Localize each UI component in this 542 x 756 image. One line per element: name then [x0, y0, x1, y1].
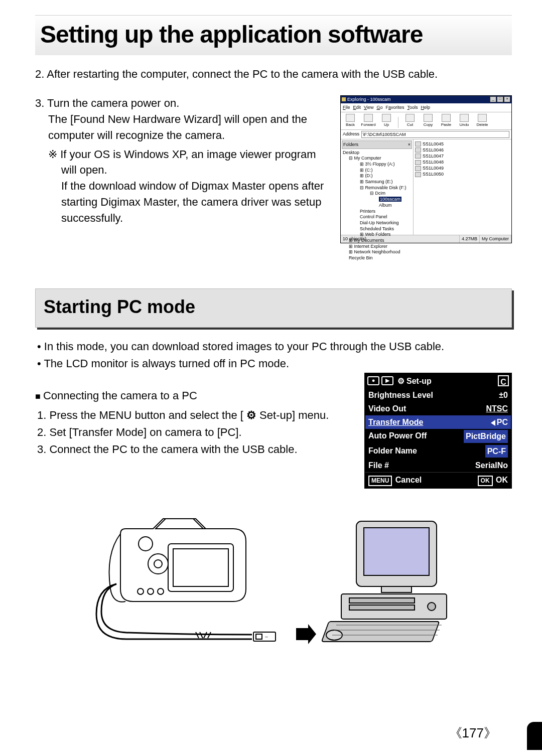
svg-rect-16 [349, 598, 415, 603]
lcd-badge: C [498, 375, 509, 386]
svg-point-3 [148, 554, 168, 574]
connect-step1: 1. Press the MENU button and select the … [49, 407, 349, 423]
menu-edit[interactable]: Edit [353, 104, 361, 111]
explorer-title: Exploring - 100sscam [347, 96, 391, 103]
left-arrow-icon [491, 420, 495, 426]
section-heading-text: Starting PC mode [44, 294, 503, 320]
tb-back[interactable]: Back [344, 114, 357, 128]
connecting-block: Connecting the camera to a PC 1. Press t… [35, 373, 512, 489]
sub-heading: Connecting the camera to a PC [35, 388, 349, 404]
address-field[interactable]: \F:\DCIM\100SSCAM [361, 131, 509, 138]
play-mode-icon: ▶ [381, 376, 393, 385]
svg-rect-14 [381, 586, 412, 592]
menu-help[interactable]: Help [421, 104, 430, 111]
svg-point-4 [154, 560, 162, 568]
maximize-button[interactable]: □ [497, 96, 503, 102]
section-heading: Starting PC mode [35, 288, 512, 328]
lcd-title: Set-up [406, 375, 498, 387]
pc-drawing [321, 519, 467, 644]
step-2: 2. After restarting the computer, connec… [35, 66, 512, 82]
ok-button-icon: OK [478, 476, 493, 486]
file-item: SS1L0047 [415, 153, 510, 159]
menu-tools[interactable]: Tools [407, 104, 418, 111]
menu-button-icon: MENU [368, 476, 392, 486]
folder-tree[interactable]: Desktop ⊟ My Computer ⊞ 3½ Floppy (A:) ⊞… [342, 149, 412, 261]
svg-point-7 [158, 588, 164, 594]
minimize-button[interactable]: _ [490, 96, 496, 102]
menu-view[interactable]: View [364, 104, 373, 111]
svg-marker-11 [296, 624, 316, 644]
svg-point-6 [148, 588, 154, 594]
explorer-screenshot: Exploring - 100sscam _ □ × File Edit Vie… [340, 95, 512, 243]
bullet-1: In this mode, you can download stored im… [44, 339, 512, 355]
file-item: SS1L0045 [415, 141, 510, 147]
tb-up[interactable]: Up [380, 114, 393, 128]
explorer-statusbar: 10 object(s) 4.27MB My Computer [341, 235, 511, 243]
file-item: SS1L0046 [415, 147, 510, 153]
page-title: Setting up the application software [40, 21, 507, 48]
status-location: My Computer [480, 235, 511, 243]
tb-undo[interactable]: Undo [458, 114, 471, 128]
folder-icon [342, 97, 346, 101]
menu-favorites[interactable]: Favorites [385, 104, 404, 111]
manual-page: Setting up the application software 2. A… [0, 0, 542, 756]
explorer-panes: Folders× Desktop ⊟ My Computer ⊞ 3½ Flop… [341, 139, 511, 235]
file-item: SS1L0049 [415, 165, 510, 171]
svg-point-18 [428, 602, 436, 611]
status-size: 4.27MB [460, 235, 480, 243]
menu-file[interactable]: File [343, 104, 350, 111]
lcd-row-selected: Transfer ModePC [365, 415, 511, 429]
svg-rect-8 [253, 632, 276, 641]
step-3: 3. Turn the camera power on. The [Found … [35, 95, 512, 243]
step-3-line1: 3. Turn the camera power on. [35, 95, 331, 111]
connect-step3: 3. Connect the PC to the camera with the… [49, 441, 349, 458]
explorer-menubar: File Edit View Go Favorites Tools Help [341, 103, 511, 112]
note-line2: If the download window of Digmax Master … [61, 178, 331, 226]
camera-mode-icon: ● [367, 376, 379, 385]
step-3-note: If your OS is Windows XP, an image viewe… [35, 146, 331, 226]
page-title-bar: Setting up the application software [35, 15, 512, 55]
bullet-2: The LCD monitor is always turned off in … [44, 356, 512, 372]
svg-text:⎓: ⎓ [265, 634, 268, 640]
connection-illustration: ⎓ [35, 514, 512, 644]
svg-rect-17 [349, 605, 415, 610]
arrow-icon [296, 624, 316, 644]
step-3-line2: The [Found New Hardware Wizard] will ope… [35, 111, 331, 143]
camera-drawing: ⎓ [80, 514, 291, 644]
setup-tab-icon: ⚙ [397, 375, 404, 387]
svg-point-2 [139, 537, 153, 551]
setup-icon: ⚙ [246, 409, 256, 421]
step-3-text: 3. Turn the camera power on. The [Found … [35, 95, 331, 226]
close-button[interactable]: × [504, 96, 510, 102]
tb-delete[interactable]: Delete [476, 114, 489, 128]
status-objects: 10 object(s) [341, 235, 460, 243]
folders-header: Folders [343, 141, 358, 148]
page-number: 177 [449, 724, 497, 742]
explorer-titlebar: Exploring - 100sscam _ □ × [341, 96, 511, 103]
file-item: SS1L0048 [415, 159, 510, 165]
svg-rect-1 [173, 549, 228, 586]
tb-cut[interactable]: Cut [403, 114, 417, 128]
explorer-toolbar: Back Forward Up Cut Copy Paste Undo Dele… [341, 112, 511, 130]
svg-point-5 [138, 588, 144, 594]
explorer-addressbar: Address \F:\DCIM\100SSCAM [341, 130, 511, 139]
menu-go[interactable]: Go [376, 104, 382, 111]
file-item: SS1L0050 [415, 171, 510, 177]
connect-step2: 2. Set [Transfer Mode] on camera to [PC]… [49, 424, 349, 440]
thumb-tab [527, 722, 542, 750]
tb-paste[interactable]: Paste [440, 114, 453, 128]
tb-forward[interactable]: Forward [362, 114, 375, 128]
svg-rect-13 [364, 528, 429, 575]
address-label: Address [343, 131, 359, 137]
close-tree-icon[interactable]: × [408, 141, 411, 148]
svg-rect-0 [168, 544, 233, 591]
body-content: 2. After restarting the computer, connec… [35, 66, 512, 644]
tb-copy[interactable]: Copy [422, 114, 435, 128]
folder-tree-pane: Folders× Desktop ⊟ My Computer ⊞ 3½ Flop… [341, 139, 414, 235]
note-line1: If your OS is Windows XP, an image viewe… [61, 146, 331, 179]
file-list-pane[interactable]: SS1L0045 SS1L0046 SS1L0047 SS1L0048 SS1L… [414, 139, 511, 235]
camera-lcd: ● ▶ ⚙ Set-up C Brightness Level±0 Video … [364, 373, 512, 489]
lcd-menu[interactable]: Brightness Level±0 Video OutNTSC Transfe… [365, 388, 511, 472]
